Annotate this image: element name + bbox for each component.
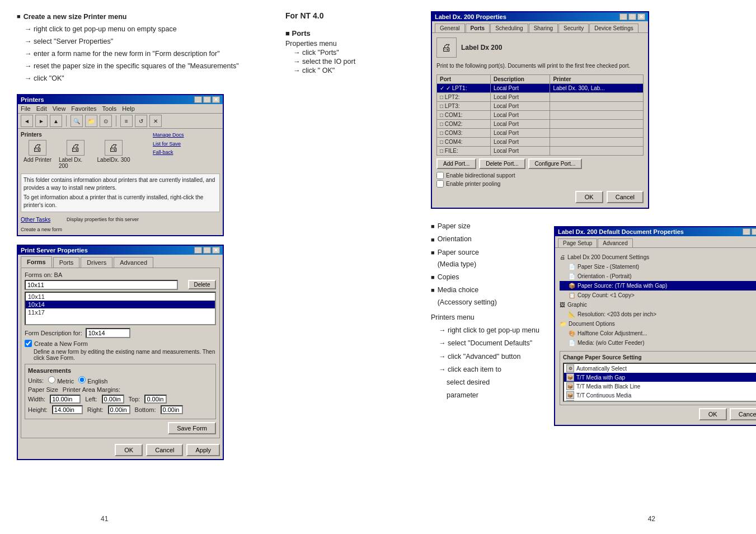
dp-maximize[interactable]: □ [752,228,756,235]
width-input[interactable] [50,395,81,404]
create-new-form-action[interactable]: Create a new form [21,226,62,233]
tab-device-settings[interactable]: Device Settings [589,24,638,32]
pooling-check[interactable] [436,180,444,188]
right-input[interactable] [108,405,130,414]
tree-root[interactable]: 🖨 Label Dx 200 Document Settings [560,252,756,262]
label-dx200-icon[interactable]: 🖨 Label Dx. 200 [59,140,92,169]
folders-btn[interactable]: 📁 [85,115,97,127]
tab-security[interactable]: Security [558,24,589,32]
form-item-11x17[interactable]: 11x17 [26,308,215,316]
doc-props-controls[interactable]: _ □ ✕ [743,228,756,235]
paper-source-list[interactable]: ⚙ Automatically Select 📦 T/T Media with … [563,363,756,402]
psp-cancel-btn[interactable]: Cancel [146,444,183,456]
label-cancel-btn[interactable]: Cancel [607,191,644,203]
doc-tab-page-setup[interactable]: Page Setup [558,238,597,247]
tree-media[interactable]: 📄 Media: (w/o Cutter Feeder) [560,338,756,348]
back-btn[interactable]: ◄ [21,115,33,127]
form-item-10x11[interactable]: 10x11 [26,293,215,301]
menu-edit[interactable]: Edit [36,105,47,112]
save-form-btn[interactable]: Save Form [168,422,216,434]
window-controls[interactable]: _ □ ✕ [194,96,220,103]
delete-btn[interactable]: Delete [188,280,216,289]
psp-ok-btn[interactable]: OK [115,444,143,456]
doc-ok-btn[interactable]: OK [699,408,727,420]
ps-tt-media-black[interactable]: 📦 T/T Media with Black Line [564,382,756,391]
tree-copy-count[interactable]: 📋 Copy Count: <1 Copy> [560,291,756,300]
tab-ports[interactable]: Ports [466,24,490,32]
port-row-lpt1[interactable]: ✓ LPT1: Local Port Label Dx. 300, Lab... [437,84,644,93]
port-row-file[interactable]: □ FILE: Local Port [437,147,644,156]
tree-doc-options[interactable]: 📁 Document Options [560,319,756,329]
english-radio[interactable] [78,376,86,383]
form-desc-input[interactable] [86,328,130,338]
tab-ports[interactable]: Ports [53,257,80,268]
tree-halftone[interactable]: 🎨 Halftone Color Adjustment... [560,329,756,338]
other-tasks-link[interactable]: Other Tasks [21,216,62,224]
minimize-btn[interactable]: _ [194,96,202,103]
psp-maximize[interactable]: □ [203,247,211,254]
tab-advanced[interactable]: Advanced [114,257,153,268]
fallback-link[interactable]: Fall-back [153,149,220,156]
tree-graphic[interactable]: 🖼 Graphic [560,300,756,310]
doc-tab-advanced[interactable]: Advanced [598,238,632,247]
tab-drivers[interactable]: Drivers [81,257,112,268]
forms-list[interactable]: 10x11 10x14 11x17 [25,292,216,325]
form-item-10x14[interactable]: 10x14 [26,301,215,308]
port-row-com4[interactable]: □ COM4: Local Port [437,138,644,147]
doc-cancel-btn[interactable]: Cancel [730,408,756,420]
psp-minimize[interactable]: _ [194,247,202,254]
tab-scheduling[interactable]: Scheduling [490,24,528,32]
forward-btn[interactable]: ► [35,115,48,127]
ps-auto-select[interactable]: ⚙ Automatically Select [564,364,756,373]
delete-port-btn[interactable]: Delete Port... [479,158,525,169]
manage-link[interactable]: Manage Docs [153,132,220,139]
tree-orientation[interactable]: 📄 Orientation - (Portrait) [560,271,756,281]
label-dx300-icon[interactable]: 🖨 LabelDx. 300 [97,140,130,169]
psp-win-controls[interactable]: _ □ ✕ [194,247,220,254]
close-btn[interactable]: ✕ [212,96,220,103]
ps-tt-media-gap[interactable]: 📦 T/T Media with Gap [564,373,756,382]
server-props-link[interactable]: Display properties for this server [67,216,139,233]
refresh-btn[interactable]: ↺ [135,115,147,127]
lp-minimize[interactable]: _ [619,13,627,20]
configure-port-btn[interactable]: Configure Port... [528,158,583,169]
port-row-com1[interactable]: □ COM1: Local Port [437,111,644,120]
tab-sharing[interactable]: Sharing [529,24,558,32]
add-port-btn[interactable]: Add Port... [436,158,476,169]
menu-file[interactable]: File [21,105,31,112]
menu-tools[interactable]: Tools [102,105,117,112]
tab-general[interactable]: General [435,24,465,32]
menu-favorites[interactable]: Favorites [71,105,96,112]
port-row-lpt2[interactable]: □ LPT2: Local Port [437,93,644,102]
form-on-input[interactable] [25,280,178,290]
add-printer-icon[interactable]: 🖨 Add Printer [21,140,54,169]
label-ok-btn[interactable]: OK [575,191,603,203]
port-row-com2[interactable]: □ COM2: Local Port [437,120,644,129]
height-input[interactable] [52,405,83,414]
list-for-save[interactable]: List for Save [153,140,220,148]
history-btn[interactable]: ⊙ [100,115,112,127]
top-input[interactable] [144,395,167,404]
left-input[interactable] [102,395,124,404]
tree-resolution[interactable]: 📐 Resolution: <203 dots per inch> [560,310,756,319]
port-row-lpt3[interactable]: □ LPT3: Local Port [437,102,644,111]
psp-apply-btn[interactable]: Apply [186,444,220,456]
bottom-input[interactable] [161,405,183,414]
label-props-controls[interactable]: _ □ ✕ [619,13,645,20]
view-btn[interactable]: ≡ [120,115,133,127]
psp-close[interactable]: ✕ [212,247,220,254]
create-form-check[interactable] [25,340,32,347]
maximize-btn[interactable]: □ [203,96,211,103]
menu-view[interactable]: View [53,105,66,112]
search-btn[interactable]: 🔍 [71,115,83,127]
tree-paper-source[interactable]: 📦 Paper Source: (T/T Media with Gap) [560,281,756,291]
up-btn[interactable]: ▲ [50,115,62,127]
bidirectional-check[interactable] [436,172,444,179]
lp-close[interactable]: ✕ [637,13,645,20]
tab-forms[interactable]: Forms [21,256,52,268]
stop-btn[interactable]: ✕ [149,115,162,127]
dp-minimize[interactable]: _ [743,228,750,235]
tree-paper-size[interactable]: 📄 Paper Size - (Statement) [560,262,756,271]
menu-help[interactable]: Help [122,105,135,112]
lp-maximize[interactable]: □ [628,13,636,20]
